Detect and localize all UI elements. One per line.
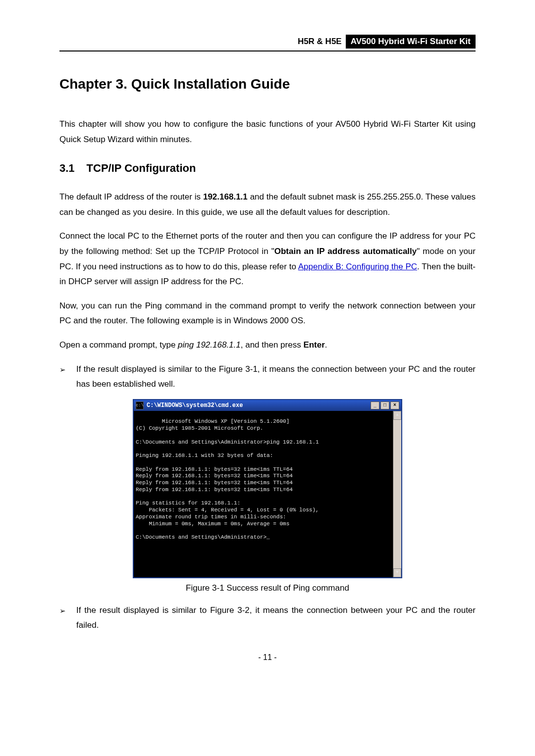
bullet-text: If the result displayed is similar to Fi… — [76, 603, 476, 633]
page-number: - 11 - — [59, 653, 476, 662]
minimize-button[interactable]: _ — [371, 402, 379, 409]
bullet-text: If the result displayed is similar to th… — [76, 362, 476, 392]
cmd-output: Microsoft Windows XP [Version 5.1.2600] … — [134, 411, 401, 577]
figure-caption: Figure 3-1 Success result of Ping comman… — [59, 583, 476, 593]
default-ip: 192.168.1.1 — [203, 192, 248, 202]
cmd-text: Microsoft Windows XP [Version 5.1.2600] … — [136, 418, 319, 540]
cmd-window: c:\ C:\WINDOWS\system32\cmd.exe _ □ × Mi… — [133, 399, 402, 578]
header-product: AV500 Hybrid Wi-Fi Starter Kit — [346, 35, 476, 49]
section-title: TCP/IP Configuration — [87, 162, 196, 174]
page-header: H5R & H5E AV500 Hybrid Wi-Fi Starter Kit — [59, 35, 476, 51]
enter-key: Enter — [303, 340, 324, 350]
scroll-up-icon[interactable]: ▲ — [393, 411, 401, 420]
document-page: H5R & H5E AV500 Hybrid Wi-Fi Starter Kit… — [0, 0, 535, 682]
close-button[interactable]: × — [390, 402, 399, 409]
scroll-track[interactable] — [393, 420, 401, 568]
text: Open a command prompt, type — [59, 340, 178, 350]
bullet-item-fail: ➢ If the result displayed is similar to … — [59, 603, 476, 633]
bullet-icon: ➢ — [59, 603, 76, 633]
chapter-title: Chapter 3. Quick Installation Guide — [59, 76, 476, 92]
paragraph-open-cmd: Open a command prompt, type ping 192.168… — [59, 338, 476, 353]
section-heading: 3.1TCP/IP Configuration — [59, 162, 476, 175]
appendix-link[interactable]: Appendix B: Configuring the PC — [298, 262, 417, 271]
scrollbar[interactable]: ▲ ▼ — [393, 411, 401, 577]
cmd-icon: c:\ — [136, 402, 144, 409]
paragraph-default-ip: The default IP address of the router is … — [59, 190, 476, 220]
text: . — [325, 340, 327, 350]
section-number: 3.1 — [59, 162, 75, 175]
bullet-icon: ➢ — [59, 362, 76, 392]
text: , and then press — [241, 340, 304, 350]
scroll-down-icon[interactable]: ▼ — [393, 568, 401, 577]
bullet-item-success: ➢ If the result displayed is similar to … — [59, 362, 476, 392]
chapter-intro: This chapter will show you how to config… — [59, 117, 476, 147]
cmd-title-text: C:\WINDOWS\system32\cmd.exe — [147, 402, 371, 409]
cmd-titlebar: c:\ C:\WINDOWS\system32\cmd.exe _ □ × — [134, 400, 401, 411]
maximize-button[interactable]: □ — [380, 402, 389, 409]
paragraph-connect-pc: Connect the local PC to the Ethernet por… — [59, 229, 476, 289]
obtain-auto: Obtain an IP address automatically — [274, 247, 417, 256]
text: The default IP address of the router is — [59, 192, 203, 202]
figure-cmd-window: c:\ C:\WINDOWS\system32\cmd.exe _ □ × Mi… — [59, 399, 476, 578]
paragraph-ping-verify: Now, you can run the Ping command in the… — [59, 299, 476, 329]
header-model: H5R & H5E — [294, 35, 346, 49]
window-buttons: _ □ × — [371, 402, 399, 409]
ping-command: ping 192.168.1.1 — [178, 340, 241, 350]
